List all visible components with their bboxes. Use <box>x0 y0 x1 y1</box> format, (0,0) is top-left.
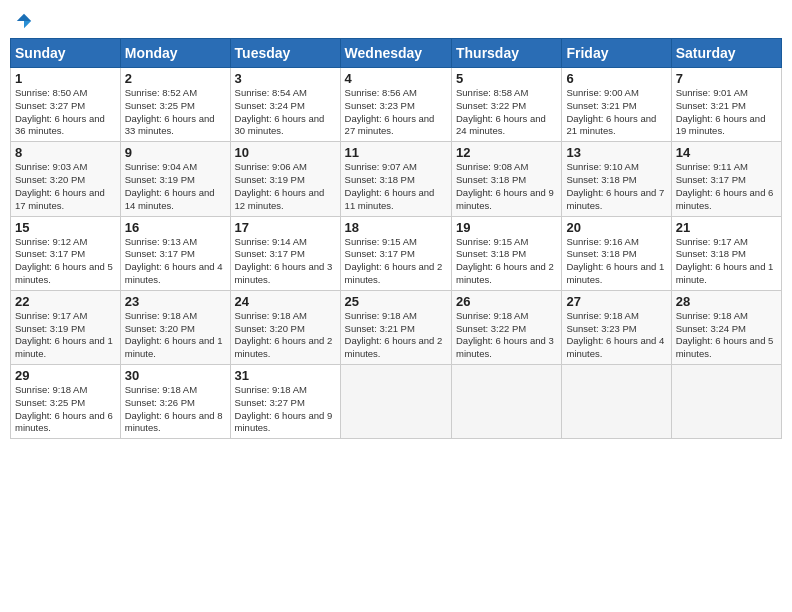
day-number: 29 <box>15 368 116 383</box>
page-header <box>10 10 782 30</box>
day-info: Sunrise: 9:18 AM Sunset: 3:25 PM Dayligh… <box>15 384 116 435</box>
day-number: 17 <box>235 220 336 235</box>
svg-marker-0 <box>17 14 31 21</box>
calendar-cell: 2 Sunrise: 8:52 AM Sunset: 3:25 PM Dayli… <box>120 68 230 142</box>
calendar-cell: 23 Sunrise: 9:18 AM Sunset: 3:20 PM Dayl… <box>120 290 230 364</box>
calendar-week-5: 29 Sunrise: 9:18 AM Sunset: 3:25 PM Dayl… <box>11 365 782 439</box>
calendar-cell: 3 Sunrise: 8:54 AM Sunset: 3:24 PM Dayli… <box>230 68 340 142</box>
calendar-cell: 5 Sunrise: 8:58 AM Sunset: 3:22 PM Dayli… <box>451 68 561 142</box>
day-number: 16 <box>125 220 226 235</box>
day-number: 11 <box>345 145 447 160</box>
calendar-cell: 21 Sunrise: 9:17 AM Sunset: 3:18 PM Dayl… <box>671 216 781 290</box>
calendar-cell: 14 Sunrise: 9:11 AM Sunset: 3:17 PM Dayl… <box>671 142 781 216</box>
day-number: 1 <box>15 71 116 86</box>
day-info: Sunrise: 9:11 AM Sunset: 3:17 PM Dayligh… <box>676 161 777 212</box>
calendar-week-4: 22 Sunrise: 9:17 AM Sunset: 3:19 PM Dayl… <box>11 290 782 364</box>
day-number: 8 <box>15 145 116 160</box>
calendar-cell: 16 Sunrise: 9:13 AM Sunset: 3:17 PM Dayl… <box>120 216 230 290</box>
day-info: Sunrise: 8:50 AM Sunset: 3:27 PM Dayligh… <box>15 87 116 138</box>
calendar-header-row: SundayMondayTuesdayWednesdayThursdayFrid… <box>11 39 782 68</box>
day-number: 25 <box>345 294 447 309</box>
calendar-cell: 4 Sunrise: 8:56 AM Sunset: 3:23 PM Dayli… <box>340 68 451 142</box>
day-info: Sunrise: 9:12 AM Sunset: 3:17 PM Dayligh… <box>15 236 116 287</box>
day-info: Sunrise: 9:15 AM Sunset: 3:17 PM Dayligh… <box>345 236 447 287</box>
day-info: Sunrise: 9:14 AM Sunset: 3:17 PM Dayligh… <box>235 236 336 287</box>
calendar-cell: 1 Sunrise: 8:50 AM Sunset: 3:27 PM Dayli… <box>11 68 121 142</box>
calendar-cell: 15 Sunrise: 9:12 AM Sunset: 3:17 PM Dayl… <box>11 216 121 290</box>
day-info: Sunrise: 9:15 AM Sunset: 3:18 PM Dayligh… <box>456 236 557 287</box>
day-info: Sunrise: 9:06 AM Sunset: 3:19 PM Dayligh… <box>235 161 336 212</box>
day-number: 22 <box>15 294 116 309</box>
day-info: Sunrise: 9:01 AM Sunset: 3:21 PM Dayligh… <box>676 87 777 138</box>
col-header-friday: Friday <box>562 39 671 68</box>
day-number: 30 <box>125 368 226 383</box>
day-number: 3 <box>235 71 336 86</box>
day-info: Sunrise: 9:18 AM Sunset: 3:26 PM Dayligh… <box>125 384 226 435</box>
svg-marker-1 <box>24 21 31 28</box>
day-number: 18 <box>345 220 447 235</box>
calendar-cell: 12 Sunrise: 9:08 AM Sunset: 3:18 PM Dayl… <box>451 142 561 216</box>
day-info: Sunrise: 9:04 AM Sunset: 3:19 PM Dayligh… <box>125 161 226 212</box>
day-info: Sunrise: 9:18 AM Sunset: 3:20 PM Dayligh… <box>235 310 336 361</box>
day-number: 26 <box>456 294 557 309</box>
day-info: Sunrise: 9:08 AM Sunset: 3:18 PM Dayligh… <box>456 161 557 212</box>
calendar-cell: 13 Sunrise: 9:10 AM Sunset: 3:18 PM Dayl… <box>562 142 671 216</box>
day-number: 23 <box>125 294 226 309</box>
col-header-monday: Monday <box>120 39 230 68</box>
calendar-cell: 6 Sunrise: 9:00 AM Sunset: 3:21 PM Dayli… <box>562 68 671 142</box>
calendar-cell: 9 Sunrise: 9:04 AM Sunset: 3:19 PM Dayli… <box>120 142 230 216</box>
day-number: 5 <box>456 71 557 86</box>
day-number: 27 <box>566 294 666 309</box>
calendar-cell: 31 Sunrise: 9:18 AM Sunset: 3:27 PM Dayl… <box>230 365 340 439</box>
day-info: Sunrise: 9:18 AM Sunset: 3:20 PM Dayligh… <box>125 310 226 361</box>
calendar-cell <box>451 365 561 439</box>
day-number: 19 <box>456 220 557 235</box>
day-info: Sunrise: 9:18 AM Sunset: 3:22 PM Dayligh… <box>456 310 557 361</box>
day-number: 24 <box>235 294 336 309</box>
calendar-week-1: 1 Sunrise: 8:50 AM Sunset: 3:27 PM Dayli… <box>11 68 782 142</box>
day-number: 15 <box>15 220 116 235</box>
day-number: 9 <box>125 145 226 160</box>
day-number: 2 <box>125 71 226 86</box>
col-header-tuesday: Tuesday <box>230 39 340 68</box>
calendar-cell: 30 Sunrise: 9:18 AM Sunset: 3:26 PM Dayl… <box>120 365 230 439</box>
day-info: Sunrise: 9:07 AM Sunset: 3:18 PM Dayligh… <box>345 161 447 212</box>
calendar-cell: 7 Sunrise: 9:01 AM Sunset: 3:21 PM Dayli… <box>671 68 781 142</box>
calendar-cell: 19 Sunrise: 9:15 AM Sunset: 3:18 PM Dayl… <box>451 216 561 290</box>
day-info: Sunrise: 9:18 AM Sunset: 3:27 PM Dayligh… <box>235 384 336 435</box>
day-number: 21 <box>676 220 777 235</box>
calendar-cell: 22 Sunrise: 9:17 AM Sunset: 3:19 PM Dayl… <box>11 290 121 364</box>
day-info: Sunrise: 9:03 AM Sunset: 3:20 PM Dayligh… <box>15 161 116 212</box>
day-number: 7 <box>676 71 777 86</box>
day-info: Sunrise: 8:52 AM Sunset: 3:25 PM Dayligh… <box>125 87 226 138</box>
day-number: 20 <box>566 220 666 235</box>
col-header-wednesday: Wednesday <box>340 39 451 68</box>
day-number: 12 <box>456 145 557 160</box>
calendar-table: SundayMondayTuesdayWednesdayThursdayFrid… <box>10 38 782 439</box>
calendar-cell: 11 Sunrise: 9:07 AM Sunset: 3:18 PM Dayl… <box>340 142 451 216</box>
calendar-cell: 17 Sunrise: 9:14 AM Sunset: 3:17 PM Dayl… <box>230 216 340 290</box>
day-info: Sunrise: 9:10 AM Sunset: 3:18 PM Dayligh… <box>566 161 666 212</box>
day-info: Sunrise: 9:18 AM Sunset: 3:23 PM Dayligh… <box>566 310 666 361</box>
day-info: Sunrise: 9:17 AM Sunset: 3:19 PM Dayligh… <box>15 310 116 361</box>
day-number: 4 <box>345 71 447 86</box>
logo-icon <box>15 12 33 30</box>
day-info: Sunrise: 9:18 AM Sunset: 3:24 PM Dayligh… <box>676 310 777 361</box>
calendar-cell: 29 Sunrise: 9:18 AM Sunset: 3:25 PM Dayl… <box>11 365 121 439</box>
logo <box>14 14 33 30</box>
day-number: 10 <box>235 145 336 160</box>
day-number: 31 <box>235 368 336 383</box>
calendar-cell: 25 Sunrise: 9:18 AM Sunset: 3:21 PM Dayl… <box>340 290 451 364</box>
col-header-thursday: Thursday <box>451 39 561 68</box>
day-number: 14 <box>676 145 777 160</box>
calendar-cell: 28 Sunrise: 9:18 AM Sunset: 3:24 PM Dayl… <box>671 290 781 364</box>
calendar-cell <box>671 365 781 439</box>
calendar-cell: 24 Sunrise: 9:18 AM Sunset: 3:20 PM Dayl… <box>230 290 340 364</box>
calendar-cell: 8 Sunrise: 9:03 AM Sunset: 3:20 PM Dayli… <box>11 142 121 216</box>
calendar-week-3: 15 Sunrise: 9:12 AM Sunset: 3:17 PM Dayl… <box>11 216 782 290</box>
calendar-cell <box>340 365 451 439</box>
calendar-cell: 10 Sunrise: 9:06 AM Sunset: 3:19 PM Dayl… <box>230 142 340 216</box>
day-info: Sunrise: 8:58 AM Sunset: 3:22 PM Dayligh… <box>456 87 557 138</box>
calendar-cell: 20 Sunrise: 9:16 AM Sunset: 3:18 PM Dayl… <box>562 216 671 290</box>
day-number: 13 <box>566 145 666 160</box>
